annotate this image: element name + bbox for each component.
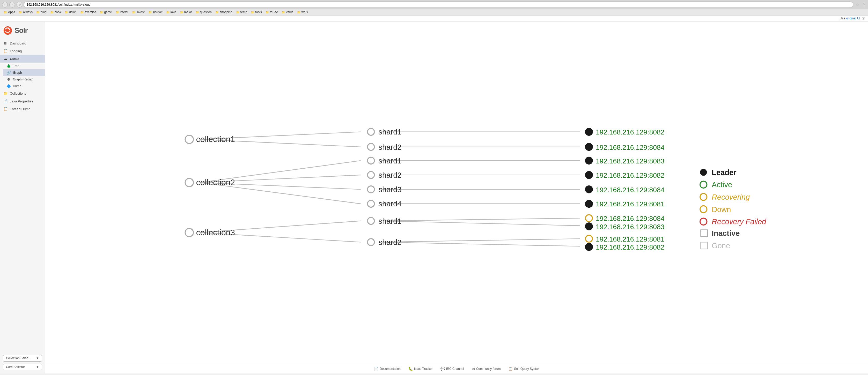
folder-icon: 📁 xyxy=(282,10,285,14)
sidebar-item-thread-dump[interactable]: 📋 Thread Dump xyxy=(0,105,45,113)
c1s1-replica-node[interactable] xyxy=(586,128,592,135)
c2s2-replica-url[interactable]: 192.168.216.129:8082 xyxy=(596,171,664,179)
bookmark-temp[interactable]: 📁temp xyxy=(235,10,249,14)
dashboard-icon: 🖥 xyxy=(3,41,8,45)
c1-shard1-node[interactable] xyxy=(368,128,374,135)
bookmark-exercise[interactable]: 📁exercise xyxy=(79,10,98,14)
c3s1-replica1-node[interactable] xyxy=(586,215,592,221)
footer-link-documentation[interactable]: 📄 Documentation xyxy=(374,367,401,371)
address-bar[interactable] xyxy=(24,2,853,8)
c1-shard1-label: shard1 xyxy=(378,128,401,136)
c2-shard3-node[interactable] xyxy=(368,186,374,193)
c1-shard2-node[interactable] xyxy=(368,143,374,150)
bookmark-major[interactable]: 📁major xyxy=(178,10,193,14)
sidebar-item-dashboard[interactable]: 🖥 Dashboard xyxy=(0,39,45,47)
footer-link-community-forum[interactable]: ✉ Community forum xyxy=(472,367,501,371)
sidebar-item-cloud[interactable]: ☁ Cloud xyxy=(0,55,45,63)
bookmark-justdoit[interactable]: 📁justdoit xyxy=(147,10,164,14)
bookmark-always[interactable]: 📁always xyxy=(17,10,34,14)
bookmark-interst[interactable]: 📁interst xyxy=(114,10,130,14)
folder-icon: 📁 xyxy=(251,10,254,14)
bookmark-tools[interactable]: 📁tools xyxy=(249,10,263,14)
collection1-node[interactable] xyxy=(185,135,193,143)
forward-button[interactable]: → xyxy=(9,2,15,7)
back-button[interactable]: ← xyxy=(2,2,8,7)
bookmark-value[interactable]: 📁value xyxy=(280,10,295,14)
footer-link-issue-tracker[interactable]: 🐛 Issue Tracker xyxy=(408,367,433,371)
browser-chrome: ← → ↻ ☆ ⋮ 📁Apps 📁always 📁blog 📁cook 📁dow… xyxy=(0,0,868,15)
c2-shard2-node[interactable] xyxy=(368,171,374,178)
bookmark-work[interactable]: 📁work xyxy=(296,10,310,14)
bookmark-apps[interactable]: 📁Apps xyxy=(2,10,17,14)
bookmark-love[interactable]: 📁love xyxy=(164,10,178,14)
sidebar-label-logging: Logging xyxy=(10,49,22,53)
c3s1-replica2-node[interactable] xyxy=(586,223,592,230)
bookmark-cook[interactable]: 📁cook xyxy=(49,10,63,14)
sidebar-item-tree[interactable]: 🌲 Tree xyxy=(3,63,45,69)
c2s2-replica-node[interactable] xyxy=(586,171,592,178)
c3s1-replica2-url[interactable]: 192.168.216.129:8083 xyxy=(596,223,664,231)
original-ui-link[interactable]: original UI xyxy=(846,16,860,20)
menu-button[interactable]: ⋮ xyxy=(862,2,866,7)
c3s1-replica1-url[interactable]: 192.168.216.129:8084 xyxy=(596,215,664,223)
footer-link-solr-query-syntax[interactable]: 📋 Solr Query Syntax xyxy=(508,367,539,371)
dump-icon: 🔷 xyxy=(6,84,11,88)
c3s2-replica2-node[interactable] xyxy=(586,244,592,250)
collection-selector-label: Collection Selec... xyxy=(6,356,31,360)
folder-icon: 📁 xyxy=(166,10,170,14)
logging-icon: 📋 xyxy=(3,49,8,53)
collection3-node[interactable] xyxy=(185,228,193,237)
c2-shard1-node[interactable] xyxy=(368,157,374,164)
folder-icon: 📁 xyxy=(100,10,103,14)
sidebar-item-logging[interactable]: 📋 Logging xyxy=(0,47,45,55)
folder-icon: 📁 xyxy=(266,10,269,14)
c2s4-replica-url[interactable]: 192.168.216.129:8081 xyxy=(596,200,664,208)
c1s2-replica-node[interactable] xyxy=(586,143,592,150)
sidebar-item-dump[interactable]: 🔷 Dump xyxy=(3,83,45,90)
c2s3-replica-url[interactable]: 192.168.216.129:8084 xyxy=(596,186,664,194)
bookmark-invest[interactable]: 📁invest xyxy=(130,10,146,14)
sidebar-label-cloud: Cloud xyxy=(10,57,20,61)
legend-active-dot xyxy=(700,181,707,188)
legend-recovery-failed-dot xyxy=(700,218,707,225)
legend-down-label: Down xyxy=(712,205,731,214)
c1s1-replica-url[interactable]: 192.168.216.129:8082 xyxy=(596,128,664,136)
bookmark-game[interactable]: 📁game xyxy=(98,10,113,14)
c3-shard1-node[interactable] xyxy=(368,217,374,224)
c1s2-replica-url[interactable]: 192.168.216.129:8084 xyxy=(596,143,664,151)
c3s2-replica2-url[interactable]: 192.168.216.129:8082 xyxy=(596,243,664,251)
c2s3-replica-node[interactable] xyxy=(586,186,592,193)
c3-shard2-node[interactable] xyxy=(368,239,374,245)
legend-gone-square xyxy=(701,242,708,249)
bookmark-shopping[interactable]: 📁shopping xyxy=(214,10,234,14)
collection-selector[interactable]: Collection Selec... ▼ xyxy=(3,355,42,362)
core-selector-label: Core Selector xyxy=(6,365,25,369)
collection2-node[interactable] xyxy=(185,178,193,187)
folder-icon: 📁 xyxy=(297,10,301,14)
footer-link-irc-channel[interactable]: 💬 IRC Channel xyxy=(440,367,464,371)
sidebar-item-java-properties[interactable]: 📄 Java Properties xyxy=(0,97,45,105)
irc-channel-icon: 💬 xyxy=(440,367,445,371)
bookmarks-bar: 📁Apps 📁always 📁blog 📁cook 📁down 📁exercis… xyxy=(0,9,868,15)
collection3-label: collection3 xyxy=(196,228,235,237)
core-selector[interactable]: Core Selector ▼ xyxy=(3,364,42,370)
sidebar-item-graph[interactable]: 🔗 Graph xyxy=(3,69,45,76)
bookmark-down[interactable]: 📁down xyxy=(63,10,78,14)
folder-icon: 📁 xyxy=(4,10,7,14)
legend-active-label: Active xyxy=(712,180,732,189)
bookmark-toSee[interactable]: 📁toSee xyxy=(264,10,279,14)
c2s1-replica-node[interactable] xyxy=(586,157,592,164)
c2-shard4-node[interactable] xyxy=(368,200,374,207)
c2s4-replica-node[interactable] xyxy=(586,200,592,207)
community-forum-label: Community forum xyxy=(476,367,501,371)
solr-logo-text: Solr xyxy=(14,26,27,35)
star-button[interactable]: ☆ xyxy=(856,3,859,7)
sidebar-item-graph-radial[interactable]: ⚙ Graph (Radial) xyxy=(3,76,45,83)
c3s2-replica1-node[interactable] xyxy=(586,235,592,242)
reload-button[interactable]: ↻ xyxy=(17,2,22,7)
c2s1-replica-url[interactable]: 192.168.216.129:8083 xyxy=(596,157,664,165)
sidebar-item-collections[interactable]: 📁 Collections xyxy=(0,90,45,97)
c3s2-replica1-url[interactable]: 192.168.216.129:8081 xyxy=(596,235,664,243)
bookmark-blog[interactable]: 📁blog xyxy=(35,10,48,14)
bookmark-question[interactable]: 📁question xyxy=(194,10,213,14)
